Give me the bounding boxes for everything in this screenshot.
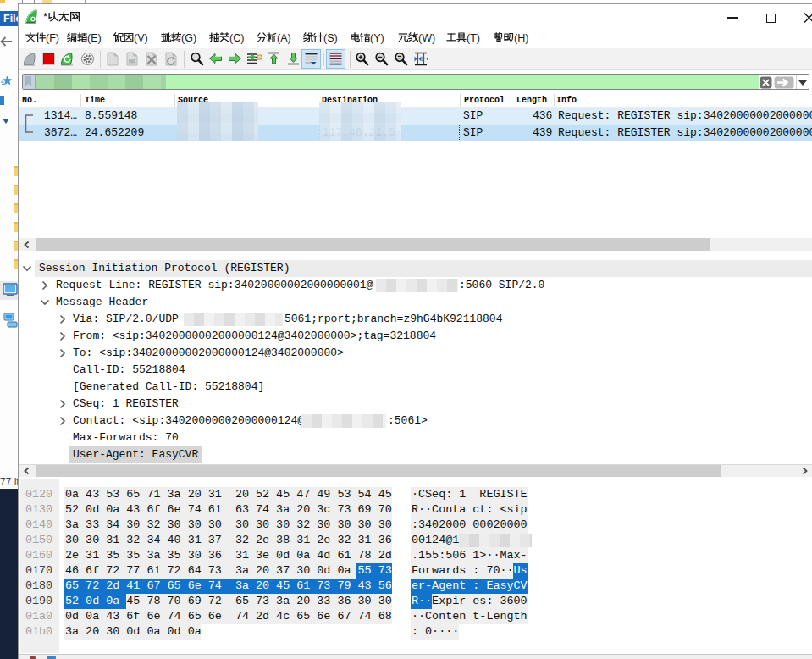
svg-text:010: 010 <box>129 59 135 64</box>
